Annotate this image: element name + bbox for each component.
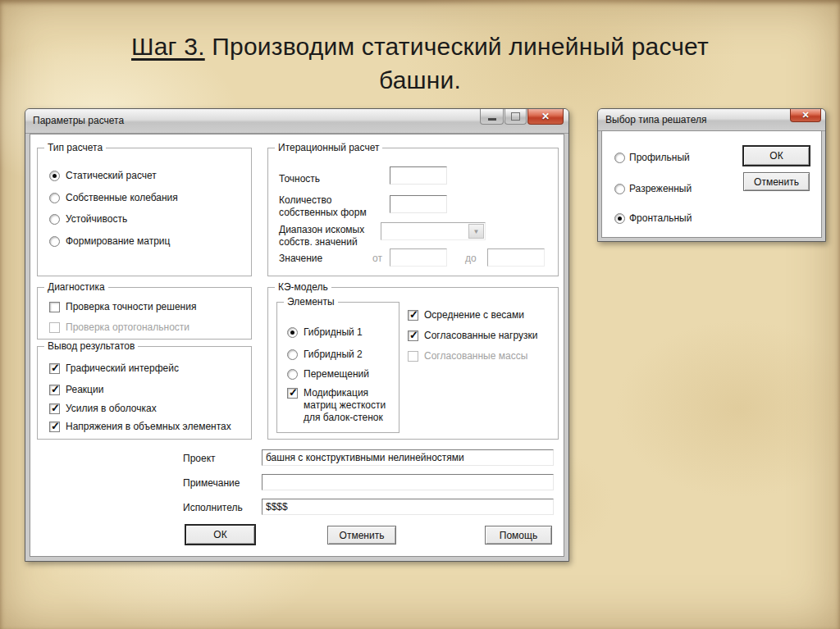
checkbox-volume-stresses-label: Напряжения в объемных элементах [66, 421, 231, 433]
accuracy-input[interactable] [390, 166, 447, 185]
checkbox-graphic-interface[interactable] [49, 363, 60, 374]
radio-static-calc[interactable] [49, 171, 60, 181]
checkbox-stiffness-modification[interactable] [287, 388, 298, 399]
solver-cancel-button[interactable]: Отменить [743, 172, 810, 191]
solver-ok-button[interactable]: ОК [743, 146, 810, 166]
checkbox-stiffness-modification-label: Модификация матриц жесткости для балок-с… [304, 387, 395, 424]
group-output-legend: Вывод результатов [44, 340, 138, 352]
project-label: Проект [183, 453, 216, 465]
close-icon: ✕ [801, 110, 809, 121]
radio-hybrid-1-label: Гибридный 1 [304, 326, 363, 339]
radio-hybrid-2[interactable] [287, 349, 298, 360]
group-elements-legend: Элементы [284, 296, 338, 308]
radio-matrix-formation-label: Формирование матриц [66, 235, 170, 248]
executor-input[interactable] [262, 499, 554, 515]
value-to-label: до [465, 253, 477, 265]
checkbox-weighted-averaging[interactable] [408, 310, 418, 321]
close-button[interactable]: ✕ [527, 109, 564, 125]
checkbox-orthogonality-check [49, 322, 60, 333]
eigen-forms-count-input[interactable] [390, 195, 447, 213]
executor-label: Исполнитель [183, 502, 243, 514]
group-fe-model: КЭ-модель Элементы Гибридный 1 Гибридный… [267, 287, 559, 440]
checkbox-shell-forces-label: Усилия в оболочках [66, 403, 157, 415]
params-dialog-title: Параметры расчета [33, 115, 124, 126]
group-calc-type-legend: Тип расчета [44, 142, 106, 153]
note-input[interactable] [262, 474, 554, 490]
cancel-button[interactable]: Отменить [327, 526, 396, 545]
checkbox-consistent-loads[interactable] [408, 330, 418, 341]
radio-matrix-formation[interactable] [49, 236, 60, 247]
radio-sparse-solver-label: Разреженный [629, 183, 692, 195]
solver-dialog-window: Выбор типа решателя ✕ Профильный Разреже… [597, 108, 826, 242]
radio-profile-solver[interactable] [614, 153, 625, 163]
group-output: Вывод результатов Графический интерфейс … [37, 346, 252, 440]
group-elements: Элементы Гибридный 1 Гибридный 2 Перемещ… [276, 302, 399, 433]
checkbox-consistent-masses [408, 351, 418, 362]
group-diagnostics: Диагностика Проверка точности решения Пр… [37, 287, 252, 340]
close-icon: ✕ [541, 111, 550, 122]
checkbox-consistent-loads-label: Согласованные нагрузки [424, 330, 537, 342]
radio-frontal-solver-label: Фронтальный [629, 212, 692, 225]
group-iterative-calc-legend: Итерационный расчет [275, 142, 382, 153]
slide-background: Шаг 3. Производим статический линейный р… [0, 0, 840, 629]
solver-dialog-title: Выбор типа решателя [605, 114, 706, 125]
checkbox-accuracy-check-label: Проверка точности решения [66, 301, 196, 313]
radio-hybrid-1[interactable] [287, 327, 298, 338]
radio-eigen-vibrations[interactable] [49, 193, 60, 203]
params-dialog-titlebar[interactable]: Параметры расчета ✕ [25, 109, 568, 134]
solver-window-caption-buttons: ✕ [790, 109, 821, 122]
value-to-input [487, 248, 545, 267]
radio-eigen-vibrations-label: Собственные колебания [66, 192, 178, 204]
value-from-input [390, 248, 447, 267]
minimize-button[interactable] [480, 109, 504, 125]
params-dialog-client-area: Тип расчета Статический расчет Собственн… [30, 134, 564, 557]
radio-stability[interactable] [49, 214, 60, 225]
group-diagnostics-legend: Диагностика [44, 281, 108, 293]
solver-close-button[interactable]: ✕ [790, 109, 821, 122]
eigen-forms-count-label: Количество собственных форм [279, 194, 371, 219]
note-label: Примечание [183, 477, 240, 490]
project-input[interactable] [262, 449, 554, 466]
help-button[interactable]: Помощь [485, 526, 552, 545]
checkbox-graphic-interface-label: Графический интерфейс [66, 362, 179, 375]
eigen-range-dropdown[interactable]: ▼ [381, 222, 486, 240]
checkbox-reactions-label: Реакции [66, 384, 103, 396]
slide-title: Шаг 3. Производим статический линейный р… [0, 30, 840, 97]
value-from-label: от [372, 253, 382, 265]
slide-title-rest: Производим статический линейный расчет [205, 33, 709, 60]
slide-title-line1: Шаг 3. Производим статический линейный р… [0, 30, 840, 63]
radio-static-calc-label: Статический расчет [66, 170, 157, 182]
chevron-down-icon[interactable]: ▼ [468, 224, 484, 239]
group-iterative-calc: Итерационный расчет Точность Количество … [267, 148, 559, 276]
window-caption-buttons: ✕ [480, 109, 564, 125]
radio-profile-solver-label: Профильный [629, 152, 690, 164]
checkbox-consistent-masses-label: Согласованные массы [424, 350, 527, 362]
checkbox-shell-forces[interactable] [49, 403, 60, 414]
checkbox-weighted-averaging-label: Осреднение с весами [424, 309, 524, 321]
ok-button[interactable]: ОК [185, 525, 255, 545]
checkbox-accuracy-check[interactable] [49, 302, 60, 312]
group-fe-model-legend: КЭ-модель [275, 281, 331, 293]
checkbox-orthogonality-check-label: Проверка ортогональности [66, 321, 189, 334]
solver-dialog-titlebar[interactable]: Выбор типа решателя ✕ [598, 109, 825, 131]
radio-displacements-label: Перемещений [304, 368, 369, 381]
group-calc-type: Тип расчета Статический расчет Собственн… [37, 148, 252, 276]
checkbox-reactions[interactable] [49, 385, 60, 395]
radio-displacements[interactable] [287, 369, 298, 380]
accuracy-label: Точность [279, 173, 320, 185]
value-label: Значение [279, 253, 322, 265]
slide-title-step: Шаг 3. [131, 33, 205, 60]
eigen-range-label: Диапазон искомых собств. значений [279, 224, 384, 248]
maximize-button[interactable] [504, 109, 527, 125]
radio-stability-label: Устойчивость [66, 213, 127, 226]
minimize-icon [488, 118, 496, 121]
radio-frontal-solver[interactable] [614, 213, 625, 224]
slide-title-line2: башни. [0, 63, 840, 97]
radio-sparse-solver[interactable] [614, 184, 625, 194]
maximize-icon [511, 112, 520, 121]
radio-hybrid-2-label: Гибридный 2 [304, 349, 363, 361]
solver-dialog-client-area: Профильный Разреженный Фронтальный ОК От… [601, 130, 822, 238]
params-dialog-window: Параметры расчета ✕ Тип расчета Статичес… [25, 108, 569, 562]
checkbox-volume-stresses[interactable] [49, 422, 60, 432]
